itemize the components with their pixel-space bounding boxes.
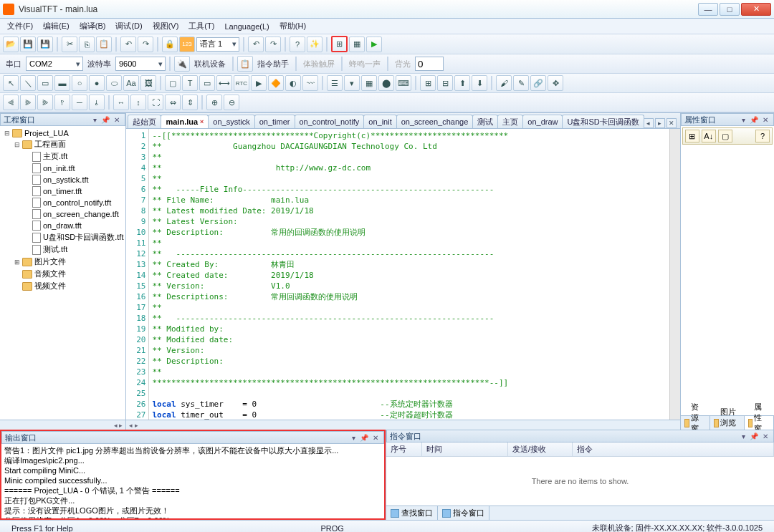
- dropdown-icon[interactable]: ▾: [742, 432, 745, 440]
- command-tab[interactable]: 指令窗口: [438, 506, 489, 520]
- image-icon[interactable]: 🖼: [140, 75, 156, 91]
- right-tab[interactable]: 资源窗口: [681, 416, 711, 430]
- tb-btn-a[interactable]: ↶: [248, 37, 264, 52]
- tree-node[interactable]: on_control_notify.tft: [2, 197, 123, 208]
- menu-item[interactable]: 编辑(E): [39, 19, 74, 33]
- save-icon[interactable]: 💾: [20, 37, 36, 52]
- pointer-icon[interactable]: ↖: [3, 75, 19, 91]
- editor-tab[interactable]: 主页: [497, 115, 523, 128]
- tree-node[interactable]: on_draw.tft: [2, 220, 123, 231]
- tree-node[interactable]: on_timer.tft: [2, 185, 123, 197]
- dist-h-icon[interactable]: ⇔: [165, 95, 181, 110]
- slider-icon[interactable]: ⟷: [216, 75, 232, 91]
- editor-tab[interactable]: U盘和SD卡回调函数: [562, 115, 644, 128]
- tree-node[interactable]: ⊟Project_LUA: [2, 128, 123, 138]
- pin-icon[interactable]: 📌: [101, 116, 110, 124]
- group-icon[interactable]: ⊞: [420, 75, 436, 91]
- connect-icon[interactable]: 🔌: [174, 56, 190, 72]
- menu-item[interactable]: Language(L): [220, 21, 273, 32]
- assist-label[interactable]: 指令助手: [254, 59, 292, 69]
- rect-icon[interactable]: ▭: [37, 75, 53, 91]
- lock-icon[interactable]: 🔒: [162, 37, 178, 52]
- keyboard-icon[interactable]: ⌨: [396, 75, 411, 91]
- align-middle-icon[interactable]: ─: [72, 95, 87, 110]
- open-icon[interactable]: 📂: [3, 37, 19, 52]
- run-icon[interactable]: ▶: [366, 37, 382, 52]
- tree-node[interactable]: ⊞图片文件: [2, 256, 123, 268]
- wand-icon[interactable]: ✨: [307, 37, 322, 52]
- dropdown-icon[interactable]: ▾: [93, 116, 97, 124]
- fillrect-icon[interactable]: ▬: [54, 75, 70, 91]
- tab-prev-icon[interactable]: ◂: [644, 118, 654, 128]
- paste-icon[interactable]: 📋: [96, 37, 112, 52]
- tab-next-icon[interactable]: ▸: [655, 118, 665, 128]
- close-button[interactable]: ✕: [741, 3, 771, 16]
- text-widget-icon[interactable]: T: [182, 75, 198, 91]
- fillcircle-icon[interactable]: ●: [89, 75, 105, 91]
- tree-node[interactable]: 主页.tft: [2, 150, 123, 163]
- redo-icon[interactable]: ↷: [138, 37, 153, 52]
- menu-item[interactable]: 工具(T): [184, 19, 219, 33]
- close-panel-icon[interactable]: ✕: [114, 116, 120, 124]
- minimize-button[interactable]: —: [698, 3, 718, 16]
- grid-col-header[interactable]: 发送/接收: [508, 442, 573, 456]
- icon-widget-icon[interactable]: 🔶: [268, 75, 284, 91]
- grid-col-header[interactable]: 序号: [386, 442, 422, 456]
- edit-icon[interactable]: ✎: [513, 75, 529, 91]
- language-combo[interactable]: 语言 1: [196, 37, 239, 52]
- compile-button[interactable]: ⊞: [331, 36, 348, 52]
- record-icon[interactable]: ⬤: [378, 75, 394, 91]
- pin-icon[interactable]: 📌: [360, 434, 368, 442]
- align-left-icon[interactable]: ⫷: [3, 95, 19, 110]
- assist-icon[interactable]: 📋: [237, 56, 253, 72]
- connect-label[interactable]: 联机设备: [191, 59, 229, 69]
- align-bottom-icon[interactable]: ⫰: [89, 95, 105, 110]
- dropdown-icon[interactable]: ▾: [742, 116, 745, 124]
- right-tab[interactable]: 属性窗口: [745, 416, 775, 430]
- backlight-input[interactable]: [415, 57, 444, 71]
- vscrollbar[interactable]: [669, 129, 680, 420]
- ellipse-icon[interactable]: ⬭: [106, 75, 122, 91]
- grid-col-header[interactable]: 时间: [422, 442, 508, 456]
- command-tab[interactable]: 查找窗口: [386, 506, 438, 520]
- rtc-icon[interactable]: RTC: [234, 75, 249, 91]
- save-all-icon[interactable]: 💾: [37, 37, 53, 52]
- editor-tab[interactable]: on_screen_change: [396, 115, 474, 128]
- brush-icon[interactable]: 🖌: [496, 75, 512, 91]
- menu-item[interactable]: 编译(B): [75, 19, 110, 33]
- cut-icon[interactable]: ✂: [62, 37, 77, 52]
- move-icon[interactable]: ✥: [548, 75, 563, 91]
- gif-icon[interactable]: ▶: [251, 75, 267, 91]
- tree-node[interactable]: U盘和SD卡回调函数.tft: [2, 231, 123, 243]
- same-width-icon[interactable]: ↔: [113, 95, 129, 110]
- line-icon[interactable]: ＼: [20, 75, 36, 91]
- align-top-icon[interactable]: ⫯: [54, 95, 70, 110]
- code-editor[interactable]: --[[******************************Copyri…: [149, 129, 669, 420]
- menu-item[interactable]: 帮助(H): [275, 19, 310, 33]
- tree-node[interactable]: on_init.tft: [2, 163, 123, 174]
- same-size-icon[interactable]: ⛶: [148, 95, 163, 110]
- pin-icon[interactable]: 📌: [750, 432, 758, 440]
- menu-item[interactable]: 视图(V): [148, 19, 183, 33]
- num123-icon[interactable]: 123: [179, 37, 195, 52]
- tree-node[interactable]: on_systick.tft: [2, 174, 123, 185]
- menu-item[interactable]: 文件(F): [3, 19, 37, 33]
- select-icon[interactable]: ▾: [344, 75, 360, 91]
- editor-tab[interactable]: on_draw: [522, 115, 563, 128]
- align-right-icon[interactable]: ⫸: [37, 95, 53, 110]
- button-widget-icon[interactable]: ▢: [165, 75, 181, 91]
- editor-tab[interactable]: on_control_notify: [295, 115, 365, 128]
- tree-node[interactable]: 音频文件: [2, 268, 123, 280]
- align-center-icon[interactable]: ⫸: [20, 95, 36, 110]
- help-icon[interactable]: ?: [755, 130, 770, 142]
- az-icon[interactable]: A↓: [702, 130, 716, 142]
- undo-icon[interactable]: ↶: [120, 37, 136, 52]
- curve-icon[interactable]: 〰: [302, 75, 318, 91]
- baud-combo[interactable]: 9600: [115, 57, 166, 71]
- editor-tab[interactable]: on_timer: [254, 115, 295, 128]
- tree-node[interactable]: ⊟工程画面: [2, 138, 123, 150]
- editor-tab[interactable]: on_init: [363, 115, 396, 128]
- help-icon[interactable]: ?: [290, 37, 305, 52]
- close-panel-icon[interactable]: ✕: [373, 434, 378, 442]
- dist-v-icon[interactable]: ⇕: [182, 95, 198, 110]
